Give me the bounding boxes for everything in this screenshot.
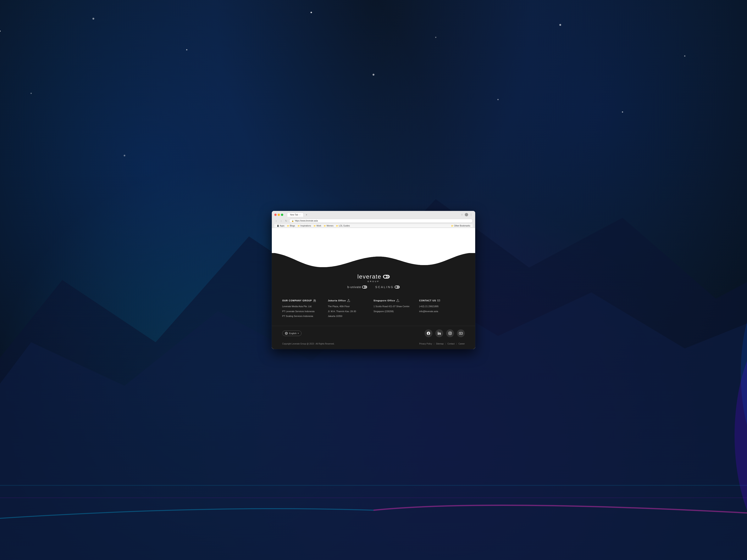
jakarta-office-title: Jakarta Office — [328, 299, 374, 302]
copyright-text: Copyright Leverate Group @ 2023 - All Ri… — [282, 343, 334, 345]
svg-point-45 — [449, 332, 451, 334]
instagram-button[interactable] — [446, 329, 454, 337]
bookmark-work[interactable]: 📁 Work — [313, 224, 321, 227]
facebook-icon — [427, 331, 430, 335]
svg-point-9 — [373, 74, 375, 76]
separator-1: | — [434, 343, 434, 345]
svg-rect-30 — [314, 301, 314, 301]
tab-label: New Tab — [290, 214, 298, 216]
youtube-button[interactable] — [457, 329, 465, 337]
language-selector[interactable]: English ▾ — [282, 330, 302, 336]
group-text: GROUP — [367, 281, 380, 283]
url-bar[interactable]: 🔒 https://www.leverate.asia — [289, 219, 473, 223]
bookmark-inspirations[interactable]: 📁 Inspirations — [298, 224, 311, 227]
svg-rect-44 — [448, 332, 452, 335]
jakarta-office-col: Jakarta Office The Plaza, 40th Floor Jl.… — [328, 299, 374, 319]
logo-text: leverate — [357, 273, 381, 280]
footer-logo-section: leverate GROUP b-univate — [272, 269, 475, 295]
b-univate-logo: b-univate — [347, 285, 367, 289]
legal-links: Privacy Policy | Sitemap | Contact | Car… — [419, 343, 465, 345]
svg-point-46 — [451, 332, 451, 333]
linkedin-button[interactable] — [435, 329, 443, 337]
back-button[interactable]: ‹ — [274, 219, 278, 223]
footer-bottom-bar: English ▾ — [272, 326, 475, 341]
chevron-down-icon: ▾ — [298, 332, 299, 334]
new-tab-button[interactable]: + — [304, 213, 309, 217]
singapore-office-title: Singapore Office — [374, 299, 419, 302]
bookmarks-bar: 📱 Apps 📁 Blogs 📁 Inspirations 📁 Work 📁 M… — [274, 224, 473, 228]
svg-marker-48 — [460, 333, 462, 334]
svg-point-13 — [124, 155, 125, 156]
upload2-icon — [396, 299, 399, 302]
bookmark-apps[interactable]: 📱 Apps — [277, 224, 284, 227]
footer-legal: Copyright Leverate Group @ 2023 - All Ri… — [272, 341, 475, 349]
wave-separator — [272, 253, 475, 269]
jakarta-line-1: Jl. M.H. Thamrin Kav. 28-30 — [328, 310, 374, 313]
facebook-button[interactable] — [424, 329, 433, 337]
page-content: leverate GROUP b-univate — [272, 228, 475, 349]
sub-logos: b-univate SCALING — [347, 285, 400, 289]
site-footer: leverate GROUP b-univate — [272, 253, 475, 349]
security-icon: 🔒 — [291, 220, 294, 222]
svg-rect-34 — [347, 301, 350, 302]
minimize-button[interactable] — [278, 214, 280, 216]
career-link[interactable]: Career — [458, 343, 465, 345]
main-logo: leverate — [357, 273, 390, 280]
instagram-icon — [448, 331, 452, 335]
sitemap-link[interactable]: Sitemap — [436, 343, 444, 345]
bookmark-lol-guides[interactable]: 📁 LOL Guides — [336, 224, 350, 227]
company-item-1: PT Leverate Services Indonesia — [282, 310, 328, 313]
jakarta-line-0: The Plaza, 40th Floor — [328, 305, 374, 308]
b-univate-toggle — [362, 286, 367, 289]
svg-point-26 — [395, 286, 397, 288]
svg-rect-29 — [314, 299, 315, 300]
contact-link[interactable]: Contact — [447, 343, 455, 345]
language-label: English — [289, 332, 297, 335]
separator-2: | — [445, 343, 446, 345]
tab-close-button[interactable]: × — [300, 214, 301, 216]
browser-window: New Tab × + ☆ ⋮ ‹ › ↻ 🔒 https://www.leve… — [272, 211, 475, 349]
bookmark-memes[interactable]: 📁 Memes — [324, 224, 333, 227]
b-univate-text: b-univate — [347, 285, 361, 289]
svg-point-1 — [93, 18, 95, 20]
social-icons — [424, 329, 465, 337]
svg-rect-31 — [315, 301, 315, 301]
browser-chrome: New Tab × + ☆ ⋮ ‹ › ↻ 🔒 https://www.leve… — [272, 211, 475, 228]
contact-col: CONTACT US (+62) 21 29921895 info@levera… — [419, 299, 465, 319]
svg-point-16 — [735, 311, 747, 560]
star-icon[interactable]: ☆ — [460, 213, 464, 216]
linkedin-icon — [437, 331, 441, 335]
separator-3: | — [456, 343, 457, 345]
other-bookmarks[interactable]: 📁 Other Bookmarks — [451, 224, 470, 227]
address-bar: ‹ › ↻ 🔒 https://www.leverate.asia — [274, 218, 473, 224]
svg-point-23 — [362, 286, 365, 288]
svg-point-5 — [560, 24, 561, 26]
close-button[interactable] — [274, 214, 277, 216]
svg-point-24 — [365, 286, 367, 288]
maximize-button[interactable] — [281, 214, 283, 216]
svg-point-2 — [186, 49, 187, 50]
svg-point-17 — [741, 280, 747, 466]
contact-email[interactable]: info@leverate.asia — [419, 310, 465, 313]
main-logo-wrapper: leverate GROUP — [357, 273, 390, 283]
menu-icon[interactable]: ⋮ — [469, 213, 473, 216]
singapore-line-0: 1 Scotts Road #21-07 Shaw Centre — [374, 305, 419, 308]
active-tab[interactable]: New Tab × — [287, 213, 304, 217]
privacy-policy-link[interactable]: Privacy Policy — [419, 343, 432, 345]
upload-icon — [347, 299, 350, 302]
logo-toggle-icon — [383, 275, 390, 278]
svg-point-4 — [435, 37, 436, 38]
company-group-col: OUR COMPANY GROUP Leverate Media Asia Pt… — [282, 299, 328, 319]
company-item-2: PT Scaling Services Indonesia — [282, 315, 328, 318]
traffic-lights — [274, 214, 283, 216]
globe-icon — [285, 332, 288, 335]
svg-point-8 — [30, 93, 32, 94]
bookmark-blogs[interactable]: 📁 Blogs — [287, 224, 295, 227]
contact-phone[interactable]: (+62) 21 29921895 — [419, 305, 465, 308]
jakarta-line-2: Jakarta 10350 — [328, 315, 374, 318]
svg-point-27 — [397, 286, 399, 288]
svg-point-0 — [0, 30, 1, 32]
refresh-button[interactable]: ↻ — [284, 219, 288, 223]
forward-button[interactable]: › — [279, 219, 283, 223]
svg-rect-35 — [396, 301, 399, 302]
